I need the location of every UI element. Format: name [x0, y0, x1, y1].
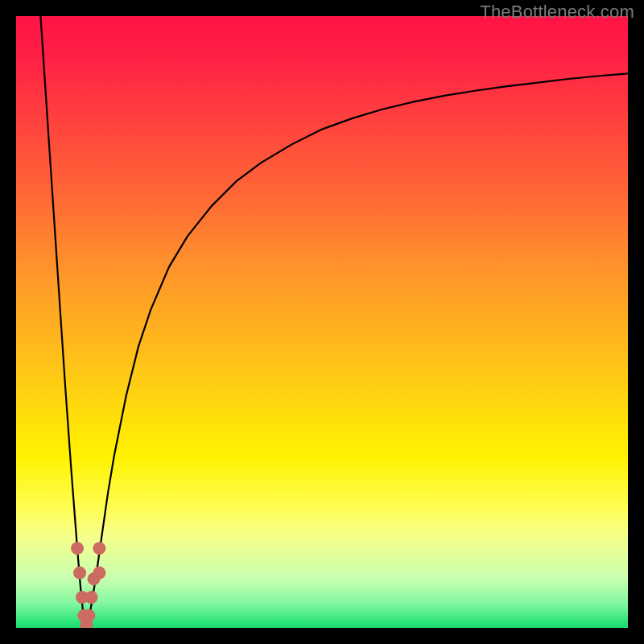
- data-marker: [93, 567, 105, 580]
- data-marker: [85, 591, 97, 604]
- watermark-text: TheBottleneck.com: [480, 2, 634, 23]
- data-marker: [73, 567, 86, 580]
- data-markers: [71, 542, 105, 628]
- curve-svg: [16, 16, 628, 628]
- data-marker: [71, 542, 84, 555]
- data-marker: [82, 609, 95, 622]
- plot-area: [16, 16, 628, 628]
- data-marker: [93, 542, 105, 555]
- bottleneck-curve: [40, 16, 628, 625]
- chart-frame: TheBottleneck.com: [0, 0, 644, 644]
